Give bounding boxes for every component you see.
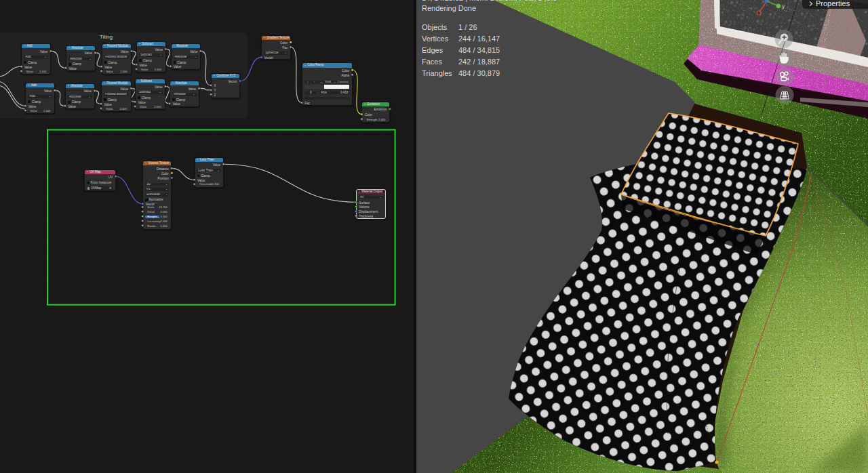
- svg-text:Properties: Properties: [816, 0, 850, 7]
- svg-text:1 / 26: 1 / 26: [458, 23, 477, 31]
- svg-text:Edges: Edges: [422, 46, 443, 54]
- svg-text:y: y: [782, 3, 785, 9]
- svg-text:484 / 34,815: 484 / 34,815: [458, 46, 500, 54]
- svg-text:484 / 30,879: 484 / 30,879: [458, 69, 500, 77]
- svg-text:Vertices: Vertices: [422, 35, 449, 43]
- svg-text:Faces: Faces: [422, 58, 442, 66]
- svg-text:Objects: Objects: [422, 23, 448, 31]
- svg-text:14, 14:25:02 | Mem: 245.5M, Pe: 14, 14:25:02 | Mem: 245.5M, Peak 245.5: [422, 0, 557, 2]
- svg-text:Rendering Done: Rendering Done: [422, 4, 476, 12]
- svg-text:244 / 16,147: 244 / 16,147: [458, 35, 500, 43]
- svg-text:Triangles: Triangles: [422, 69, 452, 77]
- svg-text:242 / 18,887: 242 / 18,887: [458, 58, 500, 66]
